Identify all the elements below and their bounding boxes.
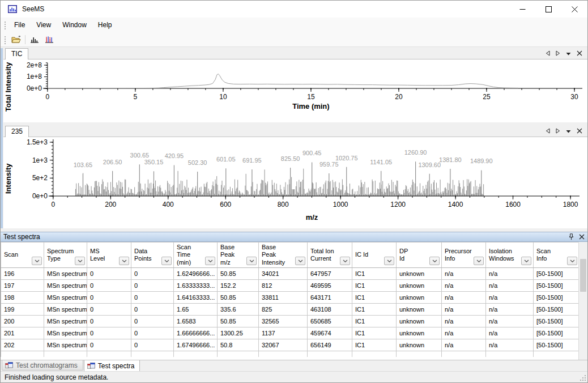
table-cell[interactable]: MSn spectrum	[44, 268, 87, 280]
table-cell[interactable]: unknown	[397, 292, 442, 304]
table-cell[interactable]: 643171	[308, 292, 352, 304]
column-filter-button[interactable]	[205, 257, 215, 265]
table-cell[interactable]: MSn spectrum	[44, 292, 87, 304]
table-cell[interactable]: 0	[131, 268, 174, 280]
table-cell[interactable]: 0	[87, 292, 131, 304]
column-header-1[interactable]: Spectrum Type	[44, 242, 87, 268]
column-header-10[interactable]: Precursor Info	[442, 242, 486, 268]
table-cell[interactable]: 0	[87, 316, 131, 327]
table-cell[interactable]: [50-1500]	[534, 339, 580, 351]
table-cell[interactable]: IC1	[352, 327, 397, 339]
table-cell[interactable]: n/a	[486, 268, 534, 280]
table-cell[interactable]: n/a	[442, 316, 486, 327]
column-filter-button[interactable]	[32, 257, 42, 265]
tic-chart[interactable]: 0e+01e+82e+8051015202530Time (min)	[3, 59, 587, 122]
column-filter-button[interactable]	[246, 257, 257, 265]
table-cell[interactable]: 1.66666666...	[174, 327, 218, 339]
table-cell[interactable]: 202	[1, 339, 44, 351]
table-cell[interactable]: 201	[1, 327, 44, 339]
table-cell[interactable]: 1300.25	[218, 327, 259, 339]
dock-splitter[interactable]	[1, 48, 3, 228]
table-cell[interactable]: [50-1500]	[534, 280, 580, 292]
table-cell[interactable]: n/a	[442, 268, 486, 280]
table-cell[interactable]: 1.65	[174, 304, 218, 316]
table-cell[interactable]: n/a	[486, 280, 534, 292]
table-cell[interactable]: 1.63333333...	[174, 280, 218, 292]
table-cell[interactable]: 152.2	[218, 280, 259, 292]
chromatogram-view-button[interactable]	[27, 33, 42, 46]
column-header-6[interactable]: Base Peak Intensity	[259, 242, 308, 268]
column-header-4[interactable]: Scan Time (min)	[174, 242, 218, 268]
column-header-2[interactable]: MS Level	[87, 242, 131, 268]
column-header-11[interactable]: Isolation Windows	[486, 242, 534, 268]
dock-titlebar[interactable]: Test spectra	[1, 232, 587, 242]
column-filter-button[interactable]	[340, 257, 350, 265]
spectrum-view-button[interactable]	[42, 33, 57, 46]
table-cell[interactable]: unknown	[397, 339, 442, 351]
table-cell[interactable]: 199	[1, 304, 44, 316]
panel-close-icon[interactable]	[577, 128, 582, 134]
table-cell[interactable]: n/a	[442, 304, 486, 316]
table-cell[interactable]: 0	[131, 292, 174, 304]
table-cell[interactable]: 1.6583	[174, 316, 218, 327]
table-cell[interactable]: n/a	[486, 316, 534, 327]
table-row[interactable]: 197MSn spectrum001.63333333...152.281246…	[1, 280, 580, 292]
table-cell[interactable]: 32565	[259, 316, 308, 327]
column-header-9[interactable]: DP Id	[397, 242, 442, 268]
table-cell[interactable]: n/a	[486, 292, 534, 304]
table-cell[interactable]: 335.6	[218, 304, 259, 316]
table-cell[interactable]: [50-1500]	[534, 304, 580, 316]
table-cell[interactable]: 459674	[308, 327, 352, 339]
table-cell[interactable]: MSn spectrum	[44, 316, 87, 327]
column-header-7[interactable]: Total Ion Current	[308, 242, 352, 268]
table-cell[interactable]: MSn spectrum	[44, 339, 87, 351]
column-header-8[interactable]: IC Id	[352, 242, 397, 268]
table-cell[interactable]: 0	[131, 304, 174, 316]
table-cell[interactable]: 469595	[308, 280, 352, 292]
table-cell[interactable]: 0	[131, 280, 174, 292]
column-header-0[interactable]: Scan	[1, 242, 44, 268]
table-cell[interactable]: 0	[131, 339, 174, 351]
table-cell[interactable]: MSn spectrum	[44, 304, 87, 316]
table-cell[interactable]: 1137	[259, 327, 308, 339]
table-cell[interactable]: 1.64163333...	[174, 292, 218, 304]
panel-close-icon[interactable]	[577, 50, 582, 56]
table-row[interactable]: 198MSn spectrum001.64163333...50.8533811…	[1, 292, 580, 304]
spectrum-chart[interactable]: 103.65206.50300.65350.15420.95502.30601.…	[3, 137, 587, 228]
menu-window[interactable]: Window	[57, 19, 92, 31]
pin-icon[interactable]	[568, 233, 574, 240]
toolbar-grip[interactable]	[3, 35, 6, 44]
table-cell[interactable]: unknown	[397, 327, 442, 339]
table-cell[interactable]: 0	[87, 280, 131, 292]
table-cell[interactable]: 825	[259, 304, 308, 316]
close-button[interactable]	[561, 1, 587, 18]
table-cell[interactable]: IC1	[352, 268, 397, 280]
table-cell[interactable]: n/a	[442, 280, 486, 292]
column-filter-button[interactable]	[119, 257, 129, 265]
table-row[interactable]: 200MSn spectrum001.658350.8532565650685I…	[1, 316, 580, 327]
table-cell[interactable]: 812	[259, 280, 308, 292]
menu-file[interactable]: File	[8, 19, 31, 31]
maximize-button[interactable]	[535, 1, 561, 18]
table-row[interactable]: 202MSn spectrum001.67496666...50.8320676…	[1, 339, 580, 351]
table-cell[interactable]: 50.85	[218, 292, 259, 304]
table-row[interactable]: 196MSn spectrum001.62496666...50.8534021…	[1, 268, 580, 280]
menu-grip[interactable]	[3, 20, 6, 29]
table-cell[interactable]: IC1	[352, 339, 397, 351]
scroll-right-icon[interactable]	[556, 128, 560, 134]
menu-view[interactable]: View	[31, 19, 57, 31]
table-cell[interactable]: 197	[1, 280, 44, 292]
column-filter-button[interactable]	[567, 257, 577, 265]
table-cell[interactable]: n/a	[486, 304, 534, 316]
scrollbar-thumb[interactable]	[580, 259, 586, 292]
panel-menu-icon[interactable]	[566, 129, 571, 134]
table-cell[interactable]: MSn spectrum	[44, 280, 87, 292]
table-cell[interactable]: 1.67496666...	[174, 339, 218, 351]
column-filter-button[interactable]	[161, 257, 172, 265]
table-cell[interactable]: 647957	[308, 268, 352, 280]
table-row[interactable]: 201MSn spectrum001.66666666...1300.25113…	[1, 327, 580, 339]
table-cell[interactable]: IC1	[352, 316, 397, 327]
scroll-left-icon[interactable]	[546, 128, 550, 134]
table-cell[interactable]: unknown	[397, 304, 442, 316]
table-cell[interactable]: [50-1500]	[534, 292, 580, 304]
